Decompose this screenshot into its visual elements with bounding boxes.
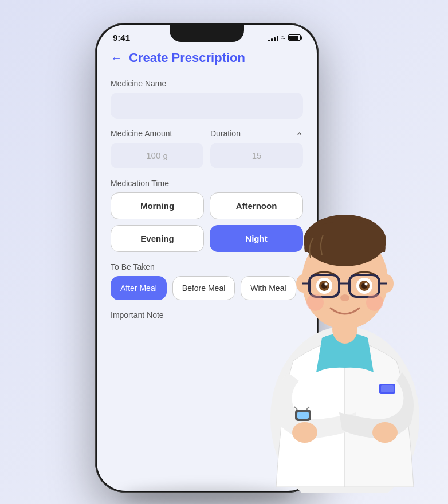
with-meal-button[interactable]: With Meal [241, 276, 296, 300]
back-button[interactable]: ← [111, 52, 122, 65]
svg-point-11 [316, 278, 332, 294]
phone-shell: 9:41 ≈ ← [95, 23, 319, 493]
night-button[interactable]: Night [210, 225, 303, 252]
svg-point-16 [361, 283, 367, 289]
wifi-icon: ≈ [281, 33, 285, 42]
battery-icon [288, 34, 301, 41]
duration-header: Duration ⌃ [210, 129, 303, 143]
svg-point-5 [380, 274, 394, 293]
svg-point-13 [319, 281, 329, 291]
medicine-amount-label: Medicine Amount [111, 129, 203, 138]
svg-point-17 [325, 283, 328, 286]
screen-content: ← Create Prescription Medicine Name Medi… [97, 46, 317, 483]
svg-rect-27 [381, 385, 394, 392]
svg-rect-7 [349, 275, 379, 297]
svg-rect-26 [379, 384, 395, 394]
to-be-taken-section: To Be Taken After Meal Before Meal With … [111, 262, 303, 300]
duration-section: Duration ⌃ [210, 129, 303, 168]
meal-row: After Meal Before Meal With Meal [111, 276, 303, 300]
to-be-taken-label: To Be Taken [111, 262, 303, 271]
svg-point-18 [365, 283, 368, 286]
svg-point-19 [340, 294, 349, 301]
phone-shadow [121, 487, 293, 504]
before-meal-button[interactable]: Before Meal [172, 276, 235, 300]
page-header: ← Create Prescription [111, 46, 303, 65]
duration-input[interactable] [210, 143, 303, 168]
svg-point-21 [366, 294, 383, 311]
medication-time-label: Medication Time [111, 179, 303, 188]
amount-duration-row: Medicine Amount Duration ⌃ [111, 129, 303, 179]
medicine-amount-input[interactable] [111, 143, 203, 168]
status-time: 9:41 [113, 33, 130, 42]
medicine-name-section: Medicine Name [111, 79, 303, 119]
signal-icon [268, 34, 278, 41]
svg-point-15 [321, 283, 327, 289]
medication-time-grid: Morning Afternoon Evening Night [111, 192, 303, 252]
duration-label: Duration [210, 129, 241, 138]
status-icons: ≈ [268, 33, 301, 42]
phone-screen: 9:41 ≈ ← [97, 25, 317, 491]
medicine-amount-section: Medicine Amount [111, 129, 203, 168]
medication-time-section: Medication Time Morning Afternoon Evenin… [111, 179, 303, 252]
medicine-name-label: Medicine Name [111, 79, 303, 88]
morning-button[interactable]: Morning [111, 192, 204, 219]
svg-point-12 [356, 278, 372, 294]
important-note-section: Important Note [111, 310, 303, 320]
medicine-name-input[interactable] [111, 93, 303, 119]
afternoon-button[interactable]: Afternoon [210, 192, 303, 219]
svg-point-29 [372, 422, 398, 443]
scene: 9:41 ≈ ← [0, 0, 448, 504]
chevron-up-icon[interactable]: ⌃ [296, 131, 303, 141]
evening-button[interactable]: Evening [111, 225, 204, 252]
svg-point-1 [332, 315, 357, 344]
page-title: Create Prescription [129, 50, 245, 65]
important-note-label: Important Note [111, 310, 303, 320]
after-meal-button[interactable]: After Meal [111, 276, 167, 300]
svg-point-14 [359, 281, 370, 291]
phone-notch [170, 25, 244, 42]
